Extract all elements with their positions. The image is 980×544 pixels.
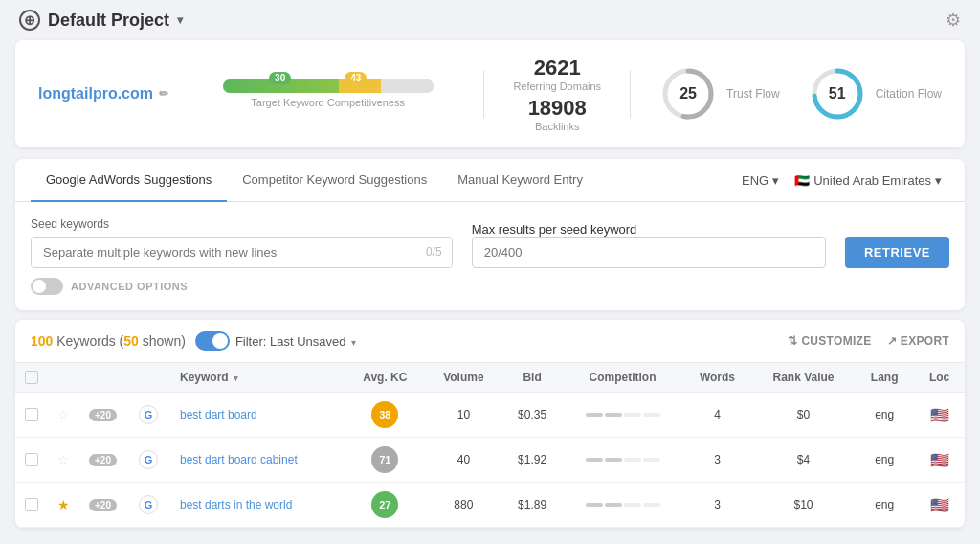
site-name[interactable]: longtailpro.com ✏ [38,85,172,102]
tab-competitor-keywords[interactable]: Competitor Keyword Suggestions [227,159,442,202]
th-words: Words [682,363,752,393]
max-results-label: Max results per seed keyword [472,222,637,237]
row3-kc: 27 [345,483,425,528]
edit-icon[interactable]: ✏ [159,87,168,101]
row3-volume: 880 [426,483,502,528]
comp-bar-rest [381,79,434,93]
th-g [129,363,170,393]
row1-check[interactable] [25,408,38,421]
filter-toggle[interactable] [195,331,230,351]
export-button[interactable]: ↗ EXPORT [887,334,949,348]
row3-plus-badge: +20 [89,499,117,511]
trust-flow-value: 25 [679,85,697,102]
row3-words: 3 [682,483,752,528]
row1-lang: eng [855,393,914,438]
table-body: ☆ +20 G best dart board 38 10 $0.35 4 $0 [15,393,965,528]
row3-plus: +20 [79,483,129,528]
citation-flow-section: 51 Citation Flow [809,65,942,123]
th-loc: Loc [914,363,965,393]
row1-star-icon[interactable]: ☆ [57,407,70,422]
th-plus [79,363,129,393]
tabs-section: Google AdWords Suggestions Competitor Ke… [15,159,965,310]
row2-keyword-link[interactable]: best dart board cabinet [180,453,298,466]
row2-star-icon[interactable]: ☆ [57,452,70,467]
select-all-checkbox[interactable] [25,371,38,384]
row1-loc: 🇺🇸 [914,393,965,438]
filter-toggle-container: Filter: Last Unsaved ▾ [195,331,356,351]
advanced-row: ADVANCED OPTIONS [31,278,949,295]
th-avg-kc: Avg. KC [345,363,425,393]
row2-checkbox [15,438,48,483]
top-bar: ⊕ Default Project ▾ ⚙ [0,0,980,40]
row1-rank-value: $0 [752,393,855,438]
row2-loc: 🇺🇸 [914,438,965,483]
max-results-input[interactable] [472,237,826,268]
toggle-knob [33,280,46,293]
row3-check[interactable] [25,498,38,511]
advanced-label: ADVANCED OPTIONS [71,281,188,292]
filter-label[interactable]: Filter: Last Unsaved ▾ [235,334,356,349]
header-actions: ⇅ CUSTOMIZE ↗ EXPORT [788,334,949,348]
country-selector[interactable]: 🇦🇪 United Arab Emirates ▾ [787,166,949,195]
row2-lang: eng [855,438,914,483]
th-rank-value: Rank Value [752,363,855,393]
tab-google-adwords[interactable]: Google AdWords Suggestions [31,159,227,202]
row2-keyword: best dart board cabinet [170,438,345,483]
row2-volume: 40 [426,438,502,483]
row2-star: ☆ [48,438,79,483]
divider-1 [483,70,484,118]
tabs-body: Seed keywords 0/5 Max results per seed k… [15,202,965,310]
row3-bid: $1.89 [501,483,563,528]
plus-icon[interactable]: ⊕ [19,10,40,31]
table-header: Keyword ▾ Avg. KC Volume Bid Competition… [15,363,965,393]
row2-rank-value: $4 [752,438,855,483]
lang-selector[interactable]: ENG ▾ [734,166,787,195]
keyword-sort-icon[interactable]: ▾ [234,374,238,383]
keywords-section: 100 Keywords (50 shown) Filter: Last Uns… [15,320,965,528]
table-row: ☆ +20 G best dart board cabinet 71 40 $1… [15,438,965,483]
row2-check[interactable] [25,453,38,466]
row1-g: G [129,393,170,438]
row1-comp-bars [572,413,673,417]
row1-g-badge: G [139,405,158,424]
row1-kc-badge: 38 [371,401,398,428]
project-name: Default Project [48,11,169,31]
retrieve-button[interactable]: RETRIEVE [845,237,949,268]
row2-bid: $1.92 [501,438,563,483]
row3-star-icon[interactable]: ★ [57,497,70,512]
form-row: Seed keywords 0/5 Max results per seed k… [31,217,949,268]
row3-g-badge: G [139,495,158,514]
lang-dropdown-arrow: ▾ [772,173,779,188]
referring-domains-metric: 2621 Referring Domains 18908 Backlinks [513,56,601,132]
country-value: United Arab Emirates [813,173,931,188]
row1-volume: 10 [426,393,502,438]
th-lang: Lang [855,363,914,393]
project-dropdown-arrow[interactable]: ▾ [177,13,183,27]
row3-keyword-link[interactable]: best darts in the world [180,498,292,511]
row3-rank-value: $10 [752,483,855,528]
seed-input[interactable] [32,238,416,267]
row1-keyword-link[interactable]: best dart board [180,408,257,421]
customize-button[interactable]: ⇅ CUSTOMIZE [788,334,871,348]
row3-flag: 🇺🇸 [930,497,949,513]
stats-card: longtailpro.com ✏ 30 43 Target Keyword C… [15,40,965,147]
toggle-on-knob [212,333,228,349]
backlinks-label: Backlinks [513,121,601,132]
row3-star: ★ [48,483,79,528]
tab-manual-entry[interactable]: Manual Keyword Entry [442,159,598,202]
advanced-toggle[interactable] [31,278,63,295]
citation-flow-circle: 51 [809,65,866,123]
trust-flow-label: Trust Flow [726,87,780,101]
row3-comp-bars [572,503,673,507]
trust-flow-section: 25 Trust Flow [659,65,780,123]
divider-2 [630,70,631,118]
seed-input-wrap: 0/5 [31,237,453,268]
row3-kc-badge: 27 [371,491,398,518]
project-title[interactable]: ⊕ Default Project ▾ [19,10,183,31]
gear-icon[interactable]: ⚙ [946,10,961,31]
competitiveness-label: Target Keyword Competitiveness [201,97,455,108]
seed-keywords-group: Seed keywords 0/5 [31,217,453,268]
row1-keyword: best dart board [170,393,345,438]
th-bid: Bid [501,363,563,393]
flag-icon: 🇦🇪 [794,173,810,188]
